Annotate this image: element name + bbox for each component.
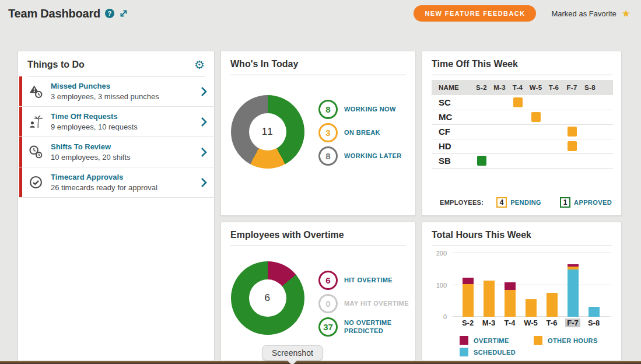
pending-count-box: 4: [496, 197, 507, 208]
employee-initials: CF: [432, 124, 472, 139]
employee-initials: MC: [432, 110, 472, 124]
panel-title: Things to Do: [27, 60, 85, 70]
legend-item-on-break: 3 ON BREAK: [318, 123, 402, 142]
whos-in-donut-chart: 11: [231, 95, 304, 169]
time-off-row: SC: [432, 95, 613, 110]
total-hours-xlabels: S-2M-3T-4W-5T-6F-7S-8: [457, 318, 621, 327]
total-hours-plot: 0100200: [422, 253, 612, 317]
chevron-right-icon[interactable]: [201, 177, 207, 188]
legend-count-circle: 37: [318, 317, 338, 337]
legend-label: ON BREAK: [344, 129, 380, 137]
favorite-status: Marked as Favorite ★: [551, 9, 631, 19]
todo-item-missed-punches[interactable]: Missed Punches 3 employees, 3 missed pun…: [19, 76, 214, 107]
bar-segment: [547, 293, 558, 317]
chevron-right-icon[interactable]: [201, 116, 207, 128]
todo-item-title: Time Off Requests: [51, 112, 201, 121]
column-header: T-6: [545, 80, 563, 95]
chevron-right-icon[interactable]: [201, 86, 207, 97]
todo-item-timecard-approvals[interactable]: Timecard Approvals 26 timecards ready fo…: [19, 167, 214, 198]
time-off-week-panel: Time Off This Week NAMES-2M-3T-4W-5T-6F-…: [422, 51, 622, 216]
column-header: F-7: [563, 80, 581, 95]
new-feature-feedback-button[interactable]: NEW FEATURE FEEDBACK: [414, 5, 536, 22]
x-axis-label: W-5: [520, 318, 541, 327]
todo-item-subtitle: 3 employees, 3 missed punches: [51, 92, 201, 101]
todo-item-subtitle: 9 employees, 10 requests: [51, 123, 201, 131]
time-off-marker: [568, 141, 577, 151]
column-header: S-2: [472, 80, 491, 95]
todo-list: Missed Punches 3 employees, 3 missed pun…: [18, 76, 214, 198]
employee-initials: SB: [432, 153, 472, 168]
time-off-row: HD: [432, 139, 613, 153]
missed-punches-icon: [28, 83, 44, 99]
legend-label: WORKING LATER: [344, 152, 402, 160]
overtime-legend: 6 HIT OVERTIME 0 MAY HIT OVERTIME 37 NO …: [318, 271, 415, 337]
todo-item-shifts-to-review[interactable]: Shifts To Review 10 employees, 20 shifts: [19, 137, 214, 167]
bar-segment: [526, 299, 537, 317]
panel-title: Employees with Overtime: [230, 230, 344, 240]
favorite-label: Marked as Favorite: [551, 9, 616, 18]
time-off-marker: [513, 97, 523, 107]
time-off-table: NAMES-2M-3T-4W-5T-6F-7S-8 SCMCCFHDSB: [432, 80, 613, 169]
y-axis-tick: 100: [422, 282, 447, 289]
legend-count-circle: 0: [318, 294, 338, 313]
gear-icon[interactable]: ⚙: [194, 59, 205, 71]
legend-item-scheduled: SCHEDULED: [460, 348, 534, 356]
legend-item-hit-overtime: 6 HIT OVERTIME: [318, 271, 415, 290]
whos-in-legend: 8 WORKING NOW 3 ON BREAK 8 WORKING LATER: [318, 100, 402, 166]
legend-swatch: [534, 336, 542, 345]
donut-center-total: 6: [249, 279, 286, 317]
legend-label: SCHEDULED: [474, 349, 516, 356]
legend-item-working-now: 8 WORKING NOW: [318, 100, 402, 119]
todo-item-title: Timecard Approvals: [51, 173, 201, 181]
time-off-icon: [28, 114, 44, 130]
favorite-star-icon[interactable]: ★: [622, 9, 631, 19]
legend-item-working-later: 8 WORKING LATER: [318, 146, 402, 166]
stacked-bar: [526, 299, 537, 317]
stacked-bar: [589, 307, 600, 317]
total-hours-week-panel: Total Hours This Week 0100200 S-2M-3T-4W…: [422, 222, 622, 361]
x-axis-label: F-7: [562, 318, 583, 327]
time-off-footer-legend: EMPLOYEES: 4 PENDING 1 APPROVED: [440, 197, 612, 208]
x-axis-label: S-8: [583, 318, 604, 327]
time-off-marker: [568, 127, 577, 136]
shifts-icon: [28, 144, 44, 160]
bottom-edge-bar: [0, 361, 641, 364]
column-header: W-5: [527, 80, 545, 95]
time-off-header-row: NAMES-2M-3T-4W-5T-6F-7S-8: [432, 80, 613, 95]
pending-label: PENDING: [510, 199, 541, 206]
legend-item-other-hours: OTHER HOURS: [534, 336, 621, 345]
todo-item-title: Shifts To Review: [51, 142, 201, 151]
overtime-donut-chart: 6: [231, 261, 304, 335]
column-header: S-8: [581, 80, 599, 95]
bar-segment: [589, 307, 600, 317]
panel-title: Time Off This Week: [432, 59, 518, 69]
page-header: Team Dashboard ? NEW FEATURE FEEDBACK Ma…: [0, 0, 641, 22]
column-header: NAME: [432, 80, 472, 95]
employee-initials: HD: [432, 139, 472, 153]
legend-label: OVERTIME: [474, 337, 509, 344]
todo-item-subtitle: 26 timecards ready for approval: [51, 183, 201, 192]
legend-item-no-overtime-predicted: 37 NO OVERTIME PREDICTED: [318, 317, 415, 337]
todo-item-title: Missed Punches: [51, 82, 201, 90]
screenshot-tooltip: Screenshot: [262, 345, 323, 360]
legend-count-circle: 8: [318, 146, 338, 166]
dashboard-grid: Things to Do ⚙ Missed Punches 3 employee…: [17, 51, 622, 361]
employee-initials: SC: [432, 95, 472, 110]
legend-count-circle: 6: [318, 271, 338, 290]
approved-label: APPROVED: [574, 199, 612, 206]
y-axis-tick: 200: [422, 250, 447, 257]
chevron-right-icon[interactable]: [201, 146, 207, 158]
time-off-marker: [477, 156, 486, 166]
bar-segment: [463, 278, 474, 284]
todo-item-time-off-requests[interactable]: Time Off Requests 9 employees, 10 reques…: [19, 107, 214, 137]
bar-segment: [484, 281, 495, 317]
x-axis-label: S-2: [457, 318, 478, 327]
stacked-bar: [463, 278, 474, 317]
time-off-row: MC: [432, 110, 613, 124]
things-to-do-panel: Things to Do ⚙ Missed Punches 3 employee…: [17, 51, 215, 361]
stacked-bar: [505, 282, 516, 317]
expand-icon[interactable]: [119, 9, 128, 18]
help-icon[interactable]: ?: [105, 9, 114, 18]
stacked-bar: [484, 281, 495, 317]
legend-label: WORKING NOW: [344, 106, 396, 114]
